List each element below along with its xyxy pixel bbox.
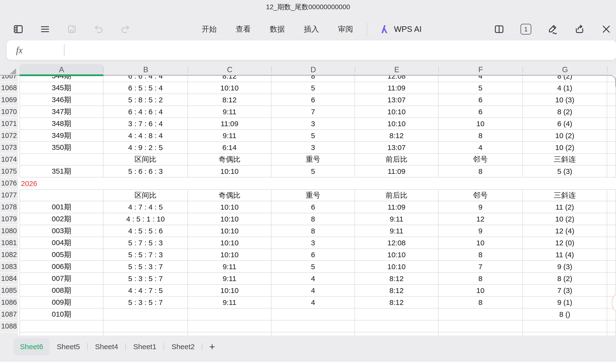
cell[interactable] <box>607 261 616 273</box>
cell[interactable]: 8 (2) <box>523 273 607 285</box>
cell[interactable]: 11:09 <box>355 166 438 178</box>
row-header[interactable]: 1071 <box>0 118 18 130</box>
cell[interactable]: 10:10 <box>188 166 271 178</box>
row-header[interactable]: 1077 <box>0 189 18 201</box>
cell[interactable]: 4 : 4 : 7 : 5 <box>103 285 188 297</box>
cell[interactable]: 3 <box>271 237 355 249</box>
cell[interactable]: 10 (2) <box>523 130 607 142</box>
cell[interactable]: 12:08 <box>355 75 438 82</box>
menu-tab-home[interactable]: 开始 <box>202 24 217 34</box>
cell[interactable]: 6 <box>271 249 355 261</box>
cell[interactable]: 9 (1) <box>523 297 607 309</box>
row-header[interactable]: 1070 <box>0 106 18 118</box>
cell[interactable]: 6:14 <box>188 142 271 154</box>
cell[interactable] <box>438 309 523 321</box>
cell[interactable] <box>271 332 355 336</box>
cell[interactable] <box>271 178 355 189</box>
cell[interactable]: 6 : 6 : 4 : 4 <box>103 75 188 82</box>
cell[interactable]: 9:11 <box>188 106 271 118</box>
formula-bar[interactable]: fx <box>7 40 616 60</box>
cell[interactable]: 6 : 5 : 5 : 4 <box>103 82 188 94</box>
cell[interactable]: 8:12 <box>355 273 438 285</box>
cell[interactable]: 3 : 7 : 6 : 4 <box>103 118 188 130</box>
cell[interactable]: 10:10 <box>188 82 271 94</box>
row-header[interactable]: 1076 <box>0 178 18 189</box>
cell[interactable]: 8 <box>438 166 523 178</box>
cell[interactable]: 5 (3) <box>523 166 607 178</box>
cell[interactable]: 三斜连 <box>523 154 607 166</box>
row-header[interactable]: 1067 <box>0 75 18 82</box>
cell[interactable] <box>19 154 103 166</box>
cell[interactable]: 008期 <box>19 285 103 297</box>
cell[interactable]: 4 <box>438 142 523 154</box>
cell[interactable]: 9:11 <box>355 213 438 225</box>
cell[interactable]: 7 <box>438 261 523 273</box>
cell[interactable] <box>355 309 438 321</box>
cell[interactable]: 7 (3) <box>523 285 607 297</box>
cell[interactable]: 002期 <box>19 213 103 225</box>
cell[interactable] <box>188 332 271 336</box>
menu-icon[interactable] <box>40 24 50 35</box>
row-header[interactable]: 1080 <box>0 225 18 237</box>
menu-tab-view[interactable]: 查看 <box>236 24 251 34</box>
cell[interactable] <box>523 321 607 332</box>
cell[interactable] <box>103 309 188 321</box>
cell[interactable]: 8 (2) <box>523 75 607 82</box>
cell[interactable] <box>607 118 616 130</box>
cell[interactable]: 8 <box>438 130 523 142</box>
cell[interactable]: 前后比 <box>355 154 438 166</box>
annotate-icon[interactable] <box>547 24 558 35</box>
row-header[interactable]: 1072 <box>0 130 18 142</box>
cell[interactable] <box>188 321 271 332</box>
cell[interactable] <box>438 332 523 336</box>
redo-icon[interactable] <box>120 24 131 35</box>
cell[interactable]: 区间比 <box>103 189 188 201</box>
column-header-b[interactable]: B <box>103 65 188 75</box>
cell[interactable]: 345期 <box>19 82 103 94</box>
cell[interactable]: 6 (4) <box>523 118 607 130</box>
cell[interactable]: 13:07 <box>355 94 438 106</box>
cell[interactable]: 奇偶比 <box>188 154 271 166</box>
column-header-e[interactable]: E <box>355 65 438 75</box>
cell[interactable]: 003期 <box>19 225 103 237</box>
row-header[interactable]: 1082 <box>0 249 18 261</box>
cell[interactable]: 9:11 <box>355 225 438 237</box>
cell[interactable]: 10 <box>438 237 523 249</box>
cell[interactable]: 4 <box>271 297 355 309</box>
cell[interactable]: 4 <box>271 273 355 285</box>
cell[interactable]: 4 : 4 : 8 : 4 <box>103 130 188 142</box>
menu-tab-review[interactable]: 审阅 <box>338 24 353 34</box>
cell[interactable] <box>607 225 616 237</box>
cell[interactable]: 10:10 <box>355 106 438 118</box>
cell[interactable]: 邻号 <box>438 189 523 201</box>
column-header-g[interactable]: G <box>523 65 607 75</box>
cell[interactable]: 347期 <box>19 106 103 118</box>
cell[interactable] <box>607 166 616 178</box>
cell[interactable]: 350期 <box>19 142 103 154</box>
cell[interactable] <box>355 321 438 332</box>
cell[interactable]: 13:07 <box>355 142 438 154</box>
cell[interactable] <box>607 213 616 225</box>
row-header[interactable]: 1074 <box>0 154 18 166</box>
cell[interactable]: 348期 <box>19 118 103 130</box>
cell[interactable] <box>607 154 616 166</box>
undo-icon[interactable] <box>93 24 104 35</box>
cell[interactable]: 6 <box>438 106 523 118</box>
cell[interactable]: 10 <box>438 285 523 297</box>
cell[interactable]: 8 <box>438 273 523 285</box>
cell[interactable]: 5 : 3 : 5 : 7 <box>103 273 188 285</box>
row-header[interactable]: 1083 <box>0 261 18 273</box>
cell[interactable]: 9:11 <box>188 261 271 273</box>
cell[interactable]: 8 <box>271 225 355 237</box>
cell[interactable] <box>438 321 523 332</box>
sheet-tab-sheet6[interactable]: Sheet6 <box>14 338 49 355</box>
cell[interactable]: 009期 <box>19 297 103 309</box>
cell[interactable]: 9 <box>438 201 523 213</box>
cell[interactable]: 3 <box>271 118 355 130</box>
cell[interactable]: 8:12 <box>355 285 438 297</box>
cell[interactable] <box>607 321 616 332</box>
cell[interactable] <box>19 332 103 336</box>
cell[interactable]: 4 : 9 : 2 : 5 <box>103 142 188 154</box>
cell[interactable]: 349期 <box>19 130 103 142</box>
cell[interactable]: 区间比 <box>103 154 188 166</box>
